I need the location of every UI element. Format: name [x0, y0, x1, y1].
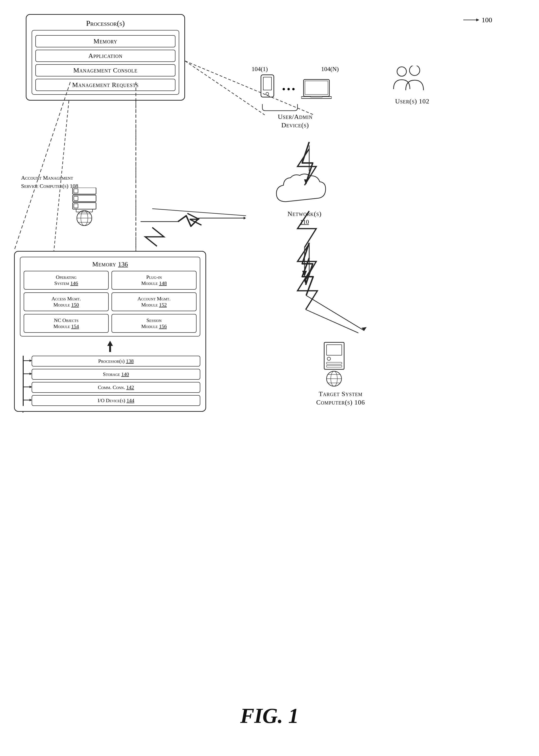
module-cell-2: Access Mgmt. Module 150	[24, 292, 109, 311]
left-arrow-0	[24, 358, 33, 364]
module-grid: Operating System 146 Plug-in Module 148 …	[24, 271, 196, 333]
svg-marker-51	[107, 341, 113, 346]
upward-arrow	[20, 341, 200, 353]
module-cell-3: Account Mgmt. Module 152	[112, 292, 196, 311]
svg-point-31	[410, 66, 420, 75]
svg-rect-27	[305, 81, 328, 94]
device-ref-start: 104(1)	[252, 66, 268, 73]
svg-line-72	[306, 296, 364, 331]
phone-icon	[259, 74, 277, 102]
top-processor-box: Processor(s) Memory Application Manageme…	[26, 14, 185, 101]
memory-row: Memory	[36, 35, 176, 47]
svg-marker-54	[30, 359, 32, 362]
server-detail-box: Memory 136 Operating System 146 Plug-in …	[14, 251, 206, 412]
svg-rect-26	[304, 79, 329, 96]
svg-line-7	[152, 209, 246, 216]
svg-point-25	[266, 92, 269, 95]
processor-label: Processor(s)	[32, 19, 179, 28]
devices-area: 104(1) 104(N) ••• User/	[225, 66, 365, 130]
svg-rect-65	[327, 365, 342, 367]
lightning-network-below	[295, 243, 323, 290]
lightning-horizontal	[140, 213, 246, 230]
arrow-icon-1	[24, 372, 33, 376]
module-cell-4: NC Objects Module 154	[24, 314, 109, 333]
proc-rows-container: Processor(s) 138 Storage 140	[20, 356, 200, 406]
svg-rect-23	[261, 75, 274, 97]
module-cell-5: Session Module 156	[112, 314, 196, 333]
laptop-icon	[301, 78, 332, 102]
svg-rect-24	[263, 77, 271, 90]
ellipsis: •••	[282, 83, 297, 95]
svg-rect-29	[311, 97, 322, 98]
acct-mgmt-server-icon	[68, 188, 110, 236]
management-requests-row: Management Requests	[36, 79, 176, 91]
target-system-area: Target System Computer(s) 106	[316, 340, 365, 407]
device-ref-end: 104(N)	[321, 66, 339, 73]
arrow-ref-icon	[463, 17, 480, 23]
proc-row-3: I/O Device(s) 144	[32, 395, 200, 406]
svg-point-63	[327, 357, 331, 360]
brace-devices	[260, 103, 330, 112]
svg-rect-64	[327, 362, 342, 364]
up-arrow-icon	[106, 341, 115, 352]
svg-marker-56	[30, 373, 32, 375]
svg-rect-52	[109, 346, 111, 352]
svg-rect-35	[74, 196, 78, 201]
arrow-icon-3	[24, 398, 33, 402]
network-area: Network(s) 110	[272, 171, 337, 226]
memory-title: Memory 136	[24, 260, 196, 268]
diagram: Processor(s) Memory Application Manageme…	[0, 0, 539, 756]
svg-marker-58	[30, 386, 32, 388]
arrow-icon-0	[24, 358, 33, 363]
ref-100: 100	[463, 16, 492, 24]
top-box-inner: Memory Application Management Console Ma…	[32, 30, 179, 95]
proc-row-1: Storage 140	[32, 369, 200, 380]
device-icons-row: •••	[225, 74, 365, 102]
svg-marker-73	[361, 327, 367, 331]
module-cell-0: Operating System 146	[24, 271, 109, 290]
svg-marker-4	[302, 271, 307, 277]
application-row: Application	[36, 50, 176, 62]
target-system-label: Target System Computer(s) 106	[316, 390, 365, 407]
svg-point-30	[397, 67, 407, 76]
cloud-icon	[272, 171, 337, 213]
memory-box: Memory 136 Operating System 146 Plug-in …	[20, 257, 200, 336]
management-console-row: Management Console	[36, 64, 176, 76]
figure-label: FIG. 1	[240, 704, 299, 728]
svg-rect-62	[327, 345, 342, 355]
arrow-icon-2	[24, 385, 33, 389]
proc-row-0: Processor(s) 138	[32, 356, 200, 366]
svg-marker-60	[30, 399, 32, 401]
svg-marker-48	[244, 217, 246, 220]
server-stack-icon	[68, 188, 110, 235]
users-area: User(s) 102	[379, 66, 445, 106]
left-arrow-3	[24, 398, 33, 403]
svg-line-20	[306, 310, 358, 333]
users-label: User(s) 102	[379, 97, 445, 106]
target-server-icon	[317, 340, 364, 387]
svg-line-49	[14, 82, 70, 251]
svg-marker-22	[476, 19, 479, 21]
module-cell-1: Plug-in Module 148	[112, 271, 196, 290]
left-arrow-1	[24, 372, 33, 377]
proc-row-2: Comm. Conn. 142	[32, 382, 200, 393]
svg-rect-37	[74, 204, 78, 208]
svg-rect-33	[74, 189, 78, 193]
users-icon	[389, 66, 436, 96]
left-arrow-2	[24, 385, 33, 390]
svg-marker-45	[304, 280, 307, 285]
devices-label: User/Admin Device(s)	[225, 113, 365, 130]
